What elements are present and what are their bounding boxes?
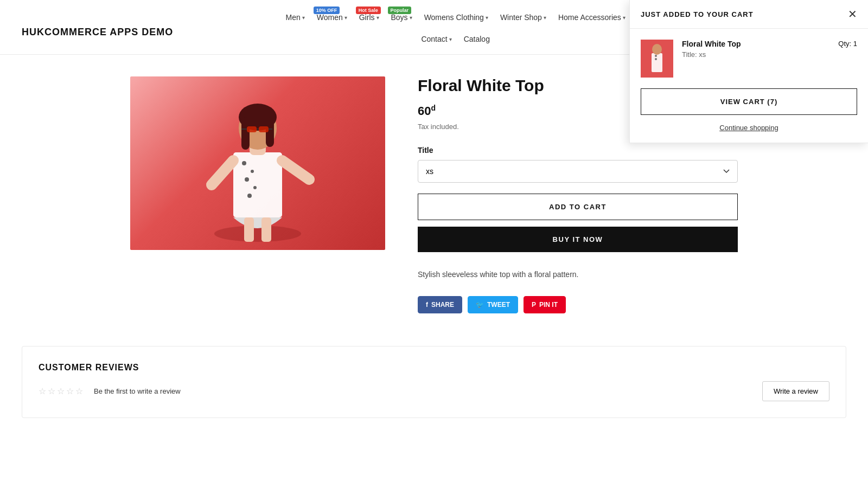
svg-rect-19: [244, 217, 254, 242]
product-description: Stylish sleeveless white top with a flor…: [418, 268, 738, 280]
buy-it-now-button[interactable]: BUY IT NOW: [418, 227, 738, 252]
star-2: ☆: [48, 386, 55, 396]
add-to-cart-button[interactable]: ADD TO CART: [418, 194, 738, 220]
view-cart-button[interactable]: VIEW CART (7): [641, 88, 857, 115]
nav-label-men: Men: [286, 13, 301, 22]
cart-item-name: Floral White Top: [682, 40, 829, 48]
nav-item-girls[interactable]: Hot Sale Girls ▾: [355, 10, 384, 25]
primary-nav: Men ▾ 10% OFF Women ▾ Hot Sale Girls ▾: [282, 10, 630, 25]
svg-point-3: [251, 170, 254, 173]
nav-arrow-men: ▾: [302, 15, 305, 21]
nav-item-home-accessories[interactable]: Home Accessories ▾: [554, 10, 630, 25]
variant-label: Title: [418, 146, 738, 155]
nav-label-catalog: Catalog: [464, 35, 490, 43]
svg-point-5: [253, 186, 257, 189]
cart-item: Floral White Top Title: xs Qty: 1: [641, 40, 857, 78]
badge-boys: Popular: [388, 7, 412, 14]
star-4: ☆: [66, 386, 74, 396]
social-share-buttons: f SHARE 🐦 TWEET P PIN IT: [418, 296, 738, 313]
variant-select[interactable]: xs s m l xl: [418, 160, 738, 183]
variant-label-text: Title:: [682, 50, 697, 59]
nav-item-women[interactable]: 10% OFF Women ▾: [312, 10, 352, 25]
nav-label-boys: Boys: [391, 13, 408, 22]
nav-label-women: Women: [317, 13, 343, 22]
facebook-icon: f: [426, 301, 428, 309]
reviews-title: CUSTOMER REVIEWS: [39, 363, 829, 373]
product-image: [130, 76, 385, 250]
nav-item-contact[interactable]: Contact ▾: [417, 31, 456, 47]
nav-item-catalog[interactable]: Catalog: [459, 31, 494, 47]
cart-popup: JUST ADDED TO YOUR CART ✕ Floral White T…: [629, 0, 868, 143]
svg-line-7: [212, 160, 233, 185]
cart-item-info: Floral White Top Title: xs: [682, 40, 829, 59]
price-amount: 60: [418, 104, 431, 118]
nav-label-contact: Contact: [421, 35, 447, 43]
nav-item-men[interactable]: Men ▾: [282, 10, 309, 25]
price-currency: d: [431, 104, 436, 112]
svg-point-23: [652, 44, 662, 55]
cart-popup-body: Floral White Top Title: xs Qty: 1 VIEW C…: [630, 29, 868, 143]
qty-value: 1: [853, 40, 857, 48]
star-1: ☆: [39, 386, 46, 396]
svg-rect-24: [655, 55, 657, 57]
nav-arrow-contact: ▾: [449, 36, 452, 42]
svg-line-8: [282, 160, 309, 179]
nav-arrow-women: ▾: [344, 15, 347, 21]
svg-rect-12: [241, 117, 250, 150]
reviews-section: CUSTOMER REVIEWS ☆ ☆ ☆ ☆ ☆ Be the first …: [22, 346, 846, 418]
nav-label-womens-clothing: Womens Clothing: [424, 13, 484, 22]
cart-popup-close-button[interactable]: ✕: [848, 9, 857, 20]
cart-popup-header: JUST ADDED TO YOUR CART ✕: [630, 0, 868, 29]
nav-item-womens-clothing[interactable]: Womens Clothing ▾: [420, 10, 493, 25]
nav-arrow-boys: ▾: [410, 15, 412, 21]
star-rating: ☆ ☆ ☆ ☆ ☆: [39, 386, 83, 396]
pinterest-share-button[interactable]: P PIN IT: [524, 296, 566, 313]
site-logo[interactable]: HUKCOMMERCE APPS DEMO: [22, 27, 173, 38]
twitter-share-button[interactable]: 🐦 TWEET: [468, 296, 518, 313]
svg-point-4: [245, 177, 249, 182]
twitter-icon: 🐦: [476, 301, 484, 309]
cart-item-thumbnail: [641, 40, 673, 78]
svg-rect-20: [261, 217, 271, 242]
svg-rect-14: [247, 126, 257, 132]
pinterest-pin-label: PIN IT: [539, 301, 558, 309]
nav-item-boys[interactable]: Popular Boys ▾: [387, 10, 417, 25]
nav-wrapper: Men ▾ 10% OFF Women ▾ Hot Sale Girls ▾: [282, 10, 630, 54]
product-image-container: [130, 76, 385, 250]
nav-label-home-accessories: Home Accessories: [558, 13, 621, 22]
svg-rect-1: [233, 152, 282, 217]
nav-arrow-womens-clothing: ▾: [486, 15, 488, 21]
product-image-svg: [130, 76, 385, 250]
nav-arrow-home-accessories: ▾: [623, 15, 626, 21]
svg-rect-22: [652, 53, 662, 72]
badge-women: 10% OFF: [314, 7, 340, 14]
cart-item-image: [641, 40, 673, 78]
secondary-nav: Contact ▾ Catalog: [417, 25, 494, 54]
star-3: ☆: [57, 386, 65, 396]
write-review-button[interactable]: Write a review: [762, 381, 829, 401]
qty-label: Qty:: [838, 40, 851, 48]
nav-label-girls: Girls: [359, 13, 375, 22]
cart-item-variant: Title: xs: [682, 50, 829, 59]
star-5: ☆: [75, 386, 83, 396]
pinterest-icon: P: [532, 301, 536, 309]
facebook-share-label: SHARE: [431, 301, 454, 309]
nav-arrow-girls: ▾: [376, 15, 379, 21]
twitter-share-label: TWEET: [487, 301, 510, 309]
cart-item-qty: Qty: 1: [838, 40, 857, 48]
reviews-summary: ☆ ☆ ☆ ☆ ☆ Be the first to write a review…: [39, 381, 829, 401]
nav-arrow-winter-shop: ▾: [544, 15, 546, 21]
badge-girls: Hot Sale: [356, 7, 381, 14]
cart-popup-title: JUST ADDED TO YOUR CART: [641, 10, 754, 18]
svg-point-2: [242, 161, 246, 165]
nav-label-winter-shop: Winter Shop: [500, 13, 542, 22]
svg-rect-25: [655, 58, 657, 60]
continue-shopping-link[interactable]: Continue shopping: [641, 124, 857, 132]
variant-value-text: xs: [699, 50, 706, 59]
nav-item-winter-shop[interactable]: Winter Shop ▾: [496, 10, 551, 25]
svg-rect-15: [259, 126, 269, 132]
reviews-prompt: Be the first to write a review: [94, 387, 181, 395]
svg-point-6: [247, 194, 252, 198]
facebook-share-button[interactable]: f SHARE: [418, 296, 462, 313]
